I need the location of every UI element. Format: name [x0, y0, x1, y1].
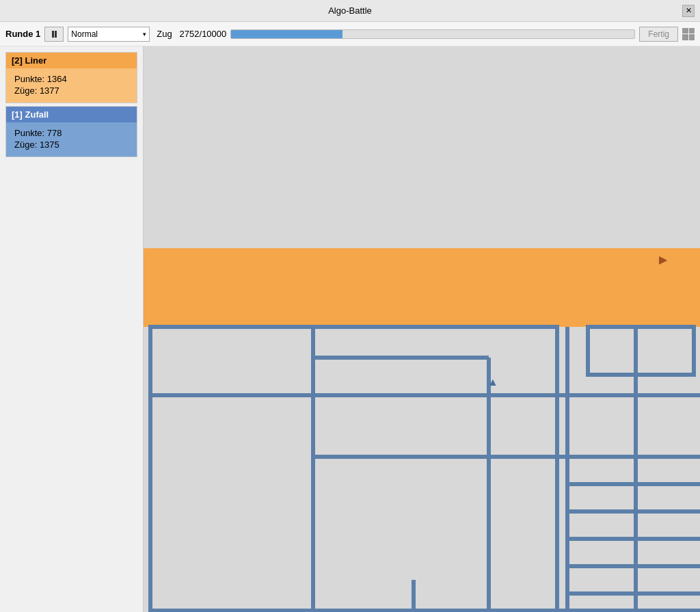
player-zufall-body: Punkte: 778 Züge: 1375 — [6, 122, 137, 157]
mode-dropdown[interactable]: Normal ▾ — [68, 27, 150, 42]
svg-rect-3 — [588, 327, 694, 375]
pause-button[interactable] — [44, 27, 64, 42]
zufall-zuege: Züge: 1375 — [14, 139, 129, 150]
title-bar: Algo-Battle ✕ — [0, 0, 700, 22]
pause-bar-right — [55, 31, 57, 38]
liner-punkte: Punkte: 1364 — [14, 74, 129, 84]
sidebar: [2] Liner Punkte: 1364 Züge: 1377 [1] Zu… — [0, 46, 144, 612]
player-liner-body: Punkte: 1364 Züge: 1377 — [6, 68, 137, 103]
toolbar: Runde 1 Normal ▾ Zug 2752/10000 Fertig — [0, 22, 700, 46]
progress-bar-fill — [231, 30, 342, 38]
liner-zuege: Züge: 1377 — [14, 85, 129, 96]
player-liner-header: [2] Liner — [6, 53, 137, 68]
chevron-down-icon: ▾ — [143, 31, 146, 38]
fertig-button[interactable]: Fertig — [639, 27, 678, 42]
pause-bar-left — [52, 31, 54, 38]
svg-rect-0 — [150, 327, 557, 611]
main-area: [2] Liner Punkte: 1364 Züge: 1377 [1] Zu… — [0, 46, 700, 612]
zug-total: 10000 — [202, 29, 226, 39]
blue-player-arrow: ▲ — [487, 376, 498, 388]
dropdown-value: Normal — [71, 29, 98, 39]
progress-bar-container — [230, 29, 635, 39]
player-card-zufall: [1] Zufall Punkte: 778 Züge: 1375 — [5, 106, 137, 157]
game-canvas: ▶ — [144, 46, 700, 612]
player-card-liner: [2] Liner Punkte: 1364 Züge: 1377 — [5, 52, 137, 103]
app-title: Algo-Battle — [328, 5, 372, 16]
player-zufall-header: [1] Zufall — [6, 107, 137, 122]
zufall-punkte: Punkte: 778 — [14, 128, 129, 138]
zug-current: 2752 — [180, 29, 200, 39]
runde-label: Runde 1 — [5, 29, 40, 39]
close-button[interactable]: ✕ — [682, 5, 695, 17]
zug-label: Zug 2752/10000 — [157, 29, 226, 39]
grid-icon[interactable] — [682, 28, 695, 40]
blue-paths-svg — [144, 46, 700, 612]
